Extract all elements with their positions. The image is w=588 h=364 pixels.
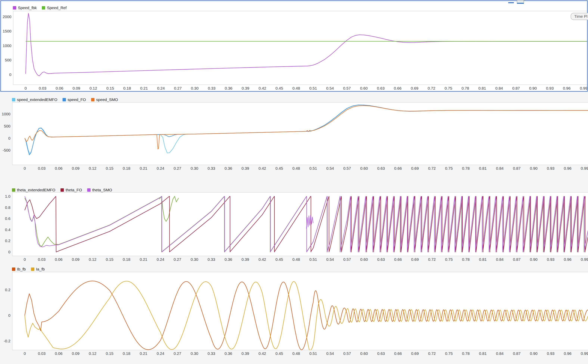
- x-tick-label: 0.72: [428, 166, 436, 170]
- x-tick-label: 0.69: [411, 166, 419, 170]
- x-tick-label: 0: [24, 257, 26, 261]
- x-tick-label: 0.42: [259, 86, 266, 90]
- legend-swatch: [13, 6, 16, 10]
- x-tick-label: 0.99: [581, 166, 588, 170]
- plot-area[interactable]: [12, 103, 588, 165]
- x-tick-label: 0.87: [513, 257, 521, 261]
- y-tick-label: 0.6: [5, 216, 10, 221]
- subplot-speed[interactable]: Speed_fbkSpeed_Ref 050010001500200000.03…: [0, 0, 588, 92]
- x-tick-label: 0.63: [377, 86, 385, 90]
- y-tick-label: 0: [8, 136, 10, 140]
- x-tick-label: 0.72: [428, 257, 436, 261]
- legend-swatch: [87, 188, 91, 192]
- x-tick-label: 0.90: [530, 351, 538, 356]
- x-tick-label: 0.33: [208, 351, 215, 356]
- x-tick-label: 0.78: [462, 166, 470, 170]
- x-tick-label: 0.48: [292, 351, 300, 356]
- legend-item[interactable]: Ia_fb: [31, 267, 45, 271]
- x-tick-label: 0.06: [55, 166, 63, 170]
- x-tick-label: 0.96: [563, 86, 571, 90]
- x-tick-label: 0.69: [411, 257, 419, 261]
- plot-type-badge[interactable]: Time Pl: [571, 13, 588, 20]
- x-tick-label: 0.12: [89, 351, 97, 356]
- y-tick-label: 500: [4, 124, 10, 128]
- speed-estimates-plot-canvas[interactable]: -5000500100000.030.060.090.120.150.180.2…: [0, 102, 588, 171]
- plotwrap-speed-estimates: -5000500100000.030.060.090.120.150.180.2…: [0, 102, 588, 171]
- x-tick-label: 0.39: [242, 351, 249, 356]
- x-tick-label: 0.09: [72, 257, 79, 261]
- plotwrap-currents: -0.200.200.030.060.090.120.150.180.210.2…: [0, 271, 588, 356]
- speed-plot-canvas[interactable]: 050010001500200000.030.060.090.120.150.1…: [1, 10, 587, 91]
- x-tick-label: 0.36: [224, 351, 232, 356]
- x-tick-label: 0.15: [106, 257, 113, 261]
- x-tick-label: 0.06: [55, 257, 63, 261]
- y-tick-label: 0.2: [5, 239, 10, 243]
- x-tick-label: 0.03: [38, 257, 46, 261]
- x-tick-label: 0.57: [343, 166, 351, 170]
- x-tick-label: 0.78: [462, 257, 470, 261]
- x-tick-label: 0.15: [106, 351, 113, 356]
- x-tick-label: 0.36: [224, 166, 232, 170]
- y-tick-label: 1000: [2, 112, 10, 116]
- x-tick-label: 0.48: [292, 86, 300, 90]
- x-tick-label: 0.18: [123, 166, 130, 170]
- legend-item[interactable]: speed_extendedEMFO: [12, 98, 57, 102]
- x-tick-label: 0.81: [478, 86, 486, 90]
- x-tick-label: 0.48: [292, 166, 300, 170]
- x-tick-label: 0.45: [275, 86, 283, 90]
- x-tick-label: 0.63: [377, 351, 385, 356]
- legend-item[interactable]: speed_FO: [63, 98, 86, 102]
- x-tick-label: 0.06: [56, 86, 63, 90]
- plotwrap-theta: 00.20.40.60.81.000.030.060.090.120.150.1…: [0, 192, 588, 262]
- y-tick-label: -500: [3, 148, 10, 152]
- x-tick-label: 0.81: [479, 257, 487, 261]
- theta-plot-canvas[interactable]: 00.20.40.60.81.000.030.060.090.120.150.1…: [0, 192, 588, 262]
- x-tick-label: 0.21: [140, 86, 148, 90]
- legend-speed-estimates: speed_extendedEMFOspeed_FOspeed_SMO: [12, 97, 118, 102]
- legend-label: speed_FO: [68, 98, 86, 102]
- x-tick-label: 0.96: [564, 166, 572, 170]
- legend-item[interactable]: speed_SMO: [91, 98, 118, 102]
- x-tick-label: 0.99: [580, 86, 587, 90]
- x-tick-label: 0.63: [377, 257, 385, 261]
- x-tick-label: 0.84: [496, 257, 503, 261]
- x-tick-label: 0.09: [73, 86, 80, 90]
- x-tick-label: 0.84: [496, 166, 503, 170]
- x-tick-label: 0.27: [174, 86, 182, 90]
- x-tick-label: 0.03: [38, 351, 46, 356]
- x-tick-label: 0.75: [445, 351, 453, 356]
- x-tick-label: 0: [24, 351, 26, 356]
- legend-swatch: [60, 188, 64, 192]
- legend-item[interactable]: Speed_Ref: [42, 6, 66, 10]
- plot-area[interactable]: [12, 272, 588, 350]
- legend-swatch: [12, 267, 15, 271]
- x-tick-label: 0.72: [428, 86, 435, 90]
- x-tick-label: 0.48: [292, 257, 300, 261]
- y-tick-label: 0: [8, 250, 10, 254]
- x-tick-label: 0.36: [225, 86, 232, 90]
- x-tick-label: 0.24: [157, 166, 164, 170]
- x-tick-label: 0.75: [445, 166, 453, 170]
- x-tick-label: 0.87: [513, 166, 521, 170]
- y-tick-label: 1500: [3, 29, 11, 33]
- currents-plot-canvas[interactable]: -0.200.200.030.060.090.120.150.180.210.2…: [0, 271, 588, 356]
- toolbar-icon-grid[interactable]: [517, 0, 524, 4]
- subplot-speed-estimates[interactable]: speed_extendedEMFOspeed_FOspeed_SMO -500…: [0, 93, 588, 171]
- x-tick-label: 0.42: [258, 257, 266, 261]
- x-tick-label: 0.21: [140, 351, 147, 356]
- x-tick-label: 0.87: [513, 351, 521, 356]
- x-tick-label: 0.42: [258, 351, 266, 356]
- plot-area[interactable]: [13, 11, 587, 85]
- toolbar-remnant: [508, 0, 524, 4]
- subplot-currents[interactable]: Ib_fbIa_fb -0.200.200.030.060.090.120.15…: [0, 263, 588, 356]
- x-tick-label: 0.60: [360, 257, 368, 261]
- legend-item[interactable]: Speed_fbk: [13, 6, 37, 10]
- y-tick-label: -0.2: [4, 339, 10, 343]
- toolbar-icon-underline[interactable]: [508, 0, 514, 3]
- legend-item[interactable]: Ib_fb: [12, 267, 26, 271]
- x-tick-label: 0.45: [275, 257, 283, 261]
- x-tick-label: 0.21: [140, 257, 147, 261]
- subplot-theta[interactable]: theta_extendedEMFOtheta_FOtheta_SMO 00.2…: [0, 183, 588, 262]
- x-tick-label: 0.57: [343, 86, 351, 90]
- x-tick-label: 0.51: [309, 257, 317, 261]
